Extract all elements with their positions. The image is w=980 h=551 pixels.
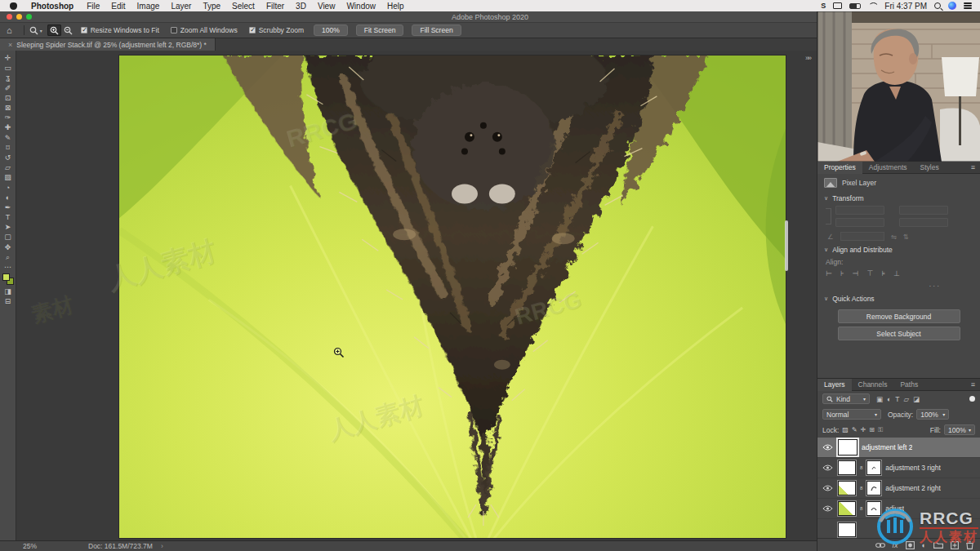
- filter-pixel-icon[interactable]: ▣: [876, 395, 883, 403]
- layer-name[interactable]: adjustment 2 right: [885, 484, 941, 492]
- x-field[interactable]: [835, 218, 884, 227]
- flip-vertical-icon[interactable]: ⇅: [903, 233, 909, 241]
- tool-eyedropper-icon[interactable]: ✑: [2, 113, 15, 122]
- tab-properties[interactable]: Properties: [817, 162, 862, 174]
- layer-name[interactable]: adjustment left 2: [862, 443, 912, 451]
- opacity-field[interactable]: 100% ▾: [916, 409, 949, 420]
- zoom-100-button[interactable]: 100%: [314, 24, 348, 36]
- select-subject-button[interactable]: Select Subject: [838, 327, 960, 340]
- checkbox-scrubby-zoom[interactable]: Scrubby Zoom: [249, 26, 304, 34]
- document-tab[interactable]: × Sleeping Spider Stack.tif @ 25% (adjus…: [0, 38, 216, 51]
- collapse-panels-icon[interactable]: »»: [805, 54, 810, 62]
- menu-item-window[interactable]: Window: [341, 2, 381, 11]
- layer-thumbnail[interactable]: [838, 522, 856, 537]
- distribute-more-button[interactable]: ···: [817, 280, 980, 291]
- tab-channels[interactable]: Channels: [852, 379, 894, 391]
- canvas-area[interactable]: »» RRCG 人人素材 人人素材 RRCG 素材: [16, 51, 817, 540]
- zoom-in-button[interactable]: [47, 24, 61, 36]
- tool-zoom-icon[interactable]: ⌕: [2, 252, 15, 262]
- align-bottom-icon[interactable]: ⊥: [893, 269, 900, 278]
- lock-all-icon[interactable]: ⚿: [878, 426, 883, 434]
- quick-actions-header[interactable]: ∨ Quick Actions: [817, 291, 980, 306]
- tool-quick-selection-icon[interactable]: ✐: [2, 83, 15, 93]
- tool-lasso-icon[interactable]: ʓ: [2, 73, 15, 82]
- tool-clone-stamp-icon[interactable]: ⌑: [2, 143, 15, 153]
- layer-thumbnail[interactable]: [838, 439, 858, 455]
- visibility-eye-icon[interactable]: [821, 505, 834, 512]
- lock-transparency-icon[interactable]: ▨: [842, 426, 849, 433]
- tool-edit-toolbar-icon[interactable]: ⋯: [2, 262, 15, 272]
- layer-row[interactable]: 8 adjustment 2 right: [817, 478, 980, 499]
- lock-artboard-icon[interactable]: ⊞: [869, 426, 875, 433]
- tool-dodge-icon[interactable]: ◐: [2, 193, 15, 202]
- y-field[interactable]: [899, 218, 948, 227]
- zoom-level-field[interactable]: 25%: [23, 542, 65, 550]
- checkbox-resize-windows-to-fit[interactable]: Resize Windows to Fit: [81, 26, 159, 34]
- menu-item-3d[interactable]: 3D: [290, 2, 312, 11]
- width-field[interactable]: [835, 206, 884, 215]
- tool-history-brush-icon[interactable]: ↺: [2, 153, 15, 162]
- panel-menu-icon[interactable]: ≡: [971, 163, 980, 171]
- checkbox-zoom-all-windows[interactable]: Zoom All Windows: [171, 26, 238, 34]
- height-field[interactable]: [899, 206, 948, 215]
- filter-adjustment-icon[interactable]: ◐: [887, 395, 891, 403]
- layer-thumbnail[interactable]: [838, 481, 856, 495]
- visibility-eye-icon[interactable]: [821, 464, 834, 471]
- menu-item-layer[interactable]: Layer: [165, 2, 197, 11]
- wh-link-icon[interactable]: [826, 208, 831, 224]
- menu-item-filter[interactable]: Filter: [261, 2, 290, 11]
- menu-item-photoshop[interactable]: Photoshop: [25, 2, 81, 11]
- lock-image-icon[interactable]: ✎: [852, 426, 858, 433]
- menu-item-select[interactable]: Select: [226, 2, 261, 11]
- mask-link-icon[interactable]: 8: [860, 486, 862, 491]
- filter-toggle[interactable]: [969, 396, 975, 402]
- menu-item-view[interactable]: View: [312, 2, 341, 11]
- tool-type-icon[interactable]: T: [2, 212, 15, 222]
- zoom-out-button[interactable]: [61, 24, 75, 36]
- menu-item-type[interactable]: Type: [197, 2, 226, 11]
- layer-mask-thumbnail[interactable]: [866, 481, 881, 495]
- align-right-icon[interactable]: ⊣: [853, 269, 859, 278]
- tool-shape-icon[interactable]: ▢: [2, 232, 15, 242]
- fill-screen-button[interactable]: Fill Screen: [412, 24, 461, 36]
- fit-screen-button[interactable]: Fit Screen: [356, 24, 404, 36]
- filter-smart-object-icon[interactable]: ◪: [913, 395, 920, 403]
- align-center-v-icon[interactable]: ⊧: [881, 269, 885, 278]
- tool-gradient-icon[interactable]: ▨: [2, 172, 15, 182]
- control-center-icon[interactable]: [964, 2, 972, 9]
- tool-brush-icon[interactable]: ✎: [2, 133, 15, 143]
- filter-type-icon[interactable]: T: [895, 395, 899, 403]
- zoom-tool-preset[interactable]: ▾: [29, 26, 42, 35]
- status-chevron-icon[interactable]: ›: [161, 542, 163, 550]
- color-swatches[interactable]: [2, 273, 14, 285]
- tab-adjustments[interactable]: Adjustments: [862, 162, 914, 174]
- canvas-vertical-scrollbar[interactable]: [785, 220, 788, 271]
- remove-background-button[interactable]: Remove Background: [838, 309, 960, 323]
- flip-horizontal-icon[interactable]: ⇋: [891, 233, 897, 241]
- layer-thumbnail[interactable]: [838, 460, 856, 475]
- display-icon[interactable]: [833, 2, 842, 9]
- tab-layers[interactable]: Layers: [817, 379, 852, 391]
- menu-item-help[interactable]: Help: [381, 2, 410, 11]
- tab-paths[interactable]: Paths: [893, 379, 924, 391]
- layer-name[interactable]: adjustment 3 right: [885, 464, 941, 472]
- align-section-header[interactable]: ∨ Align and Distribute: [817, 242, 980, 257]
- apple-menu-icon[interactable]: [10, 2, 17, 10]
- tool-blur-icon[interactable]: ◔: [2, 182, 15, 192]
- spotlight-icon[interactable]: [934, 2, 941, 9]
- tool-quick-mask-icon[interactable]: ◨: [2, 287, 15, 296]
- transform-section-header[interactable]: ∨ Transform: [817, 191, 980, 206]
- align-center-h-icon[interactable]: ⊦: [840, 269, 844, 278]
- siri-icon[interactable]: [948, 2, 956, 10]
- tool-frame-icon[interactable]: ⊠: [2, 103, 15, 113]
- tool-path-selection-icon[interactable]: ➤: [2, 222, 15, 232]
- tool-move-icon[interactable]: ✛: [2, 53, 15, 63]
- s-app-icon[interactable]: S: [821, 2, 826, 10]
- tool-crop-icon[interactable]: ⊡: [2, 93, 15, 103]
- align-top-icon[interactable]: ⊤: [866, 269, 873, 278]
- tool-pen-icon[interactable]: ✒: [2, 202, 15, 212]
- tab-styles[interactable]: Styles: [914, 162, 946, 174]
- filter-shape-icon[interactable]: ▱: [903, 395, 909, 403]
- visibility-eye-icon[interactable]: [821, 485, 834, 491]
- close-tab-icon[interactable]: ×: [8, 41, 12, 49]
